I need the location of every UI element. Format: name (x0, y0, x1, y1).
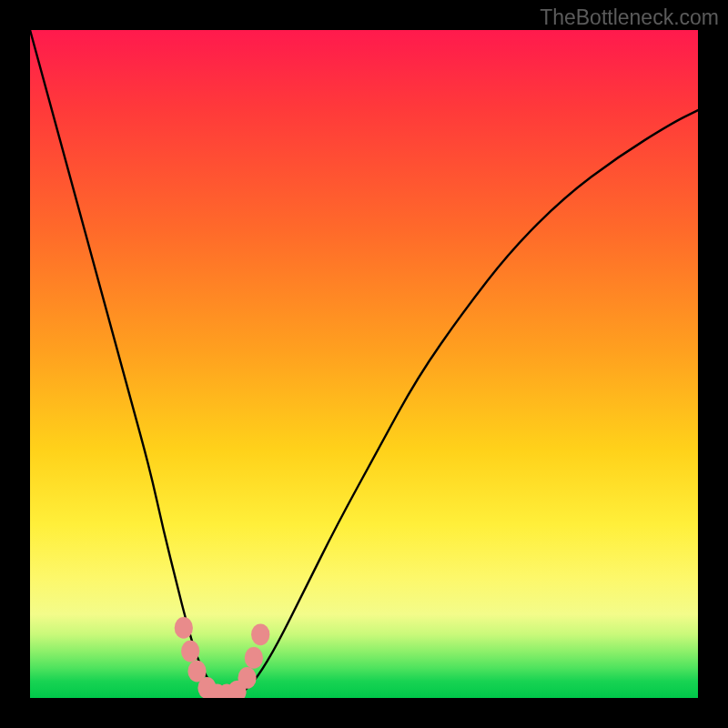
curve-markers (175, 617, 270, 698)
curve-marker (175, 617, 193, 639)
plot-area (30, 30, 698, 698)
curve-marker (251, 623, 269, 645)
curve-marker (181, 641, 199, 662)
bottleneck-curve-path (30, 30, 698, 698)
curve-marker (245, 647, 263, 669)
bottleneck-curve-svg (30, 30, 698, 698)
watermark-label: TheBottleneck.com (540, 5, 719, 30)
chart-frame: TheBottleneck.com (0, 0, 728, 728)
curve-marker (238, 667, 256, 689)
